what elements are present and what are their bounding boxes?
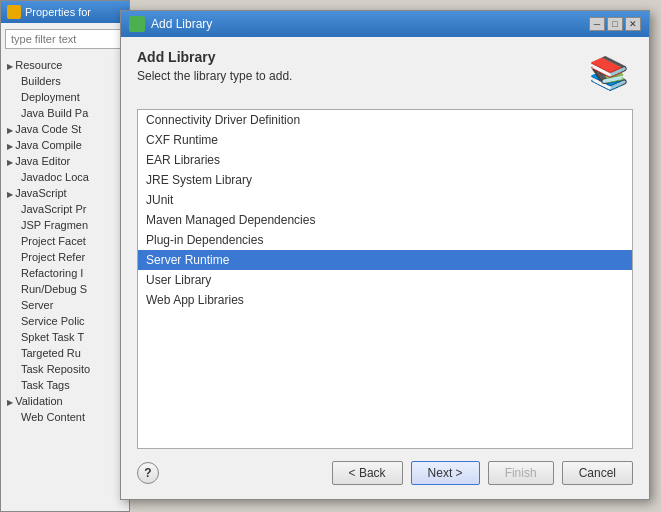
tree-item[interactable]: Java Editor [3,153,127,169]
library-list-item[interactable]: JRE System Library [138,170,632,190]
dialog-header-text: Add Library Select the library type to a… [137,49,292,83]
library-list-item[interactable]: Connectivity Driver Definition [138,110,632,130]
help-button[interactable]: ? [137,462,159,484]
tree-item[interactable]: Run/Debug S [3,281,127,297]
dialog-footer: ? < Back Next > Finish Cancel [137,461,633,485]
maximize-button[interactable]: □ [607,17,623,31]
tree-item[interactable]: Deployment [3,89,127,105]
tree-item[interactable]: Refactoring I [3,265,127,281]
minimize-button[interactable]: ─ [589,17,605,31]
tree-item[interactable]: JavaScript Pr [3,201,127,217]
library-list-item[interactable]: Server Runtime [138,250,632,270]
tree-area: ResourceBuildersDeploymentJava Build PaJ… [1,55,129,427]
dialog-title-icon [129,16,145,32]
properties-title: Properties for [25,6,91,18]
filter-input[interactable] [5,29,125,49]
tree-item[interactable]: Web Content [3,409,127,425]
dialog-heading: Add Library [137,49,292,65]
finish-button: Finish [488,461,554,485]
tree-item[interactable]: Javadoc Loca [3,169,127,185]
titlebar-left: Add Library [129,16,212,32]
properties-window: Properties for ResourceBuildersDeploymen… [0,0,130,512]
tree-item[interactable]: Targeted Ru [3,345,127,361]
dialog-description: Select the library type to add. [137,69,292,83]
titlebar-controls: ─ □ ✕ [589,17,641,31]
library-list-item[interactable]: Web App Libraries [138,290,632,310]
dialog-titlebar: Add Library ─ □ ✕ [121,11,649,37]
tree-item[interactable]: Spket Task T [3,329,127,345]
tree-item[interactable]: Builders [3,73,127,89]
add-library-dialog: Add Library ─ □ ✕ Add Library Select the… [120,10,650,500]
tree-item[interactable]: Java Build Pa [3,105,127,121]
library-list-item[interactable]: Maven Managed Dependencies [138,210,632,230]
library-list-item[interactable]: Plug-in Dependencies [138,230,632,250]
dialog-title: Add Library [151,17,212,31]
dialog-header-icon: 📚 [585,49,633,97]
dialog-header: Add Library Select the library type to a… [137,49,633,97]
back-button[interactable]: < Back [332,461,403,485]
properties-icon [7,5,21,19]
tree-item[interactable]: Java Code St [3,121,127,137]
library-list-item[interactable]: CXF Runtime [138,130,632,150]
footer-buttons: < Back Next > Finish Cancel [332,461,633,485]
properties-titlebar: Properties for [1,1,129,23]
library-list-item[interactable]: JUnit [138,190,632,210]
close-button[interactable]: ✕ [625,17,641,31]
tree-item[interactable]: Project Facet [3,233,127,249]
tree-item[interactable]: Resource [3,57,127,73]
next-button[interactable]: Next > [411,461,480,485]
library-list-item[interactable]: User Library [138,270,632,290]
tree-item[interactable]: Validation [3,393,127,409]
library-list[interactable]: Connectivity Driver DefinitionCXF Runtim… [137,109,633,449]
library-list-item[interactable]: EAR Libraries [138,150,632,170]
tree-item[interactable]: Service Polic [3,313,127,329]
tree-item[interactable]: JavaScript [3,185,127,201]
tree-item[interactable]: JSP Fragmen [3,217,127,233]
tree-item[interactable]: Task Reposito [3,361,127,377]
dialog-content: Add Library Select the library type to a… [121,37,649,497]
library-icon: 📚 [589,54,629,92]
tree-item[interactable]: Task Tags [3,377,127,393]
tree-item[interactable]: Server [3,297,127,313]
tree-item[interactable]: Project Refer [3,249,127,265]
tree-item[interactable]: Java Compile [3,137,127,153]
filter-box [5,29,125,49]
cancel-button[interactable]: Cancel [562,461,633,485]
